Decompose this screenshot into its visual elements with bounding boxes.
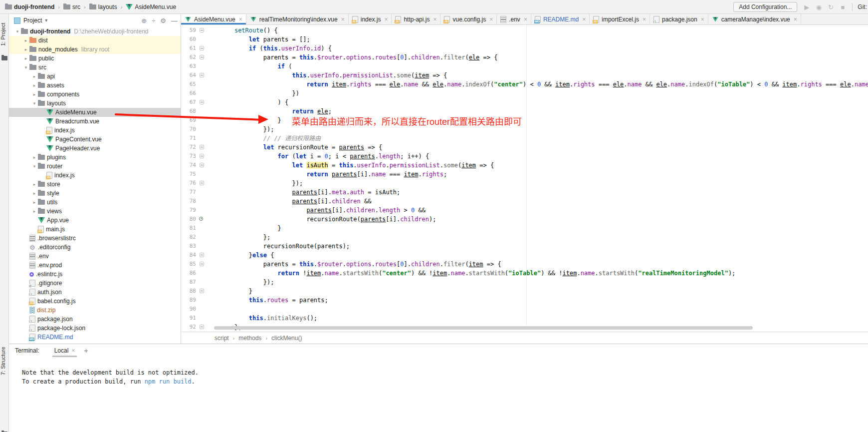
- settings-gear-icon[interactable]: ⚙: [160, 17, 166, 24]
- fold-toggle-icon[interactable]: [200, 154, 204, 158]
- tree-item[interactable]: package.json: [9, 315, 181, 324]
- tree-item[interactable]: ▸views: [9, 207, 181, 216]
- editor-tab[interactable]: importExcel.js×: [590, 14, 650, 24]
- close-icon[interactable]: ×: [239, 16, 242, 23]
- close-icon[interactable]: ×: [489, 16, 493, 23]
- close-icon[interactable]: ×: [71, 347, 75, 354]
- editor-tab[interactable]: README.md×: [531, 14, 590, 24]
- chevron-down-icon[interactable]: ▾: [31, 164, 38, 169]
- tree-item[interactable]: ▸store: [9, 180, 181, 189]
- chevron-right-icon[interactable]: ▸: [31, 155, 38, 160]
- code-editor[interactable]: 59 setRoute() {60 let parents = [];61 if…: [181, 25, 868, 332]
- tree-item[interactable]: ▸utils: [9, 198, 181, 207]
- chevron-right-icon[interactable]: ▸: [31, 74, 38, 79]
- chevron-right-icon[interactable]: ▸: [31, 191, 38, 196]
- fold-toggle-icon[interactable]: [200, 262, 204, 266]
- tree-item[interactable]: main.js: [9, 225, 181, 234]
- chevron-right-icon[interactable]: ▸: [31, 182, 38, 187]
- new-terminal-button[interactable]: +: [84, 347, 88, 355]
- add-configuration-button[interactable]: Add Configuration...: [733, 2, 797, 12]
- breadcrumb-item[interactable]: src: [62, 3, 81, 10]
- editor-breadcrumb-item[interactable]: methods: [237, 335, 262, 342]
- editor-tab[interactable]: .env×: [497, 14, 531, 24]
- editor-tab[interactable]: package.json×: [650, 14, 708, 24]
- tree-item[interactable]: Breadcrumb.vue: [9, 117, 181, 126]
- chevron-down-icon[interactable]: ▾: [22, 65, 29, 70]
- tree-item[interactable]: PageContent.vue: [9, 135, 181, 144]
- tree-item[interactable]: index.js: [9, 171, 181, 180]
- close-icon[interactable]: ×: [524, 16, 527, 23]
- fold-toggle-icon[interactable]: [200, 100, 204, 104]
- editor-breadcrumb-item[interactable]: clickMenu(): [270, 335, 303, 342]
- tree-item[interactable]: ▸node_moduleslibrary root: [9, 45, 181, 54]
- editor-tab[interactable]: realTimeMonitoring\index.vue×: [246, 14, 349, 24]
- editor-tab[interactable]: index.js×: [349, 14, 392, 24]
- tree-item[interactable]: App.vue: [9, 216, 181, 225]
- tree-item[interactable]: README.md: [9, 333, 181, 342]
- chevron-right-icon[interactable]: ▸: [22, 38, 29, 43]
- project-view-title[interactable]: Project: [23, 17, 42, 24]
- close-icon[interactable]: ×: [701, 16, 704, 23]
- locate-icon[interactable]: ⊕: [141, 17, 147, 24]
- tree-item[interactable]: ▸style: [9, 189, 181, 198]
- close-icon[interactable]: ×: [433, 16, 436, 23]
- breadcrumb-item[interactable]: AsideMenu.vue: [125, 3, 177, 10]
- chevron-right-icon[interactable]: ▸: [31, 83, 38, 88]
- tree-item[interactable]: auth.json: [9, 288, 181, 297]
- terminal-output[interactable]: Note that the development build is not o…: [9, 357, 868, 386]
- tree-item[interactable]: ▾src: [9, 63, 181, 72]
- fold-toggle-icon[interactable]: [200, 289, 204, 293]
- close-icon[interactable]: ×: [341, 16, 345, 23]
- tree-item[interactable]: .env.prod: [9, 261, 181, 270]
- tree-item[interactable]: .env: [9, 252, 181, 261]
- tree-item[interactable]: ▾layouts: [9, 99, 181, 108]
- chevron-right-icon[interactable]: ▸: [31, 209, 38, 214]
- rerun-icon[interactable]: ↻: [826, 3, 835, 11]
- fold-toggle-icon[interactable]: [200, 181, 204, 185]
- fold-toggle-icon[interactable]: [200, 73, 204, 77]
- close-icon[interactable]: ×: [384, 16, 388, 23]
- tree-item[interactable]: index.js: [9, 126, 181, 135]
- git-label[interactable]: Git:: [858, 3, 868, 10]
- tree-item[interactable]: .browserslistrc: [9, 234, 181, 243]
- terminal-tab-local[interactable]: Local ×: [52, 344, 77, 357]
- tree-item[interactable]: ▾router: [9, 162, 181, 171]
- horizontal-scrollbar[interactable]: [214, 326, 753, 330]
- chevron-right-icon[interactable]: ▸: [31, 200, 38, 205]
- tree-item[interactable]: ▸plugins: [9, 153, 181, 162]
- tree-item[interactable]: ▸dist: [9, 36, 181, 45]
- tree-item[interactable]: ▾duoji-frontendD:\zheheWeb\duoji-fronten…: [9, 27, 181, 36]
- close-icon[interactable]: ×: [582, 16, 586, 23]
- editor-tab[interactable]: http-api.js×: [392, 14, 440, 24]
- tree-item[interactable]: ▸components: [9, 90, 181, 99]
- project-toolwindow-button[interactable]: 1: Project: [0, 17, 9, 52]
- fold-toggle-icon[interactable]: [200, 55, 204, 59]
- tree-item[interactable]: babel.config.js: [9, 297, 181, 306]
- fold-toggle-icon[interactable]: [200, 163, 204, 167]
- tree-item[interactable]: ▸api: [9, 72, 181, 81]
- tree-item[interactable]: .eslintrc.js: [9, 270, 181, 279]
- close-icon[interactable]: ×: [794, 16, 797, 23]
- close-icon[interactable]: ×: [643, 16, 646, 23]
- fold-toggle-icon[interactable]: [200, 253, 204, 257]
- chevron-right-icon[interactable]: ▸: [22, 47, 29, 52]
- debug-icon[interactable]: ◉: [814, 3, 823, 11]
- run-icon[interactable]: ▶: [802, 3, 811, 11]
- hide-panel-icon[interactable]: —: [171, 17, 178, 24]
- structure-toolwindow-button[interactable]: 7: Structure: [0, 334, 9, 389]
- chevron-down-icon[interactable]: ▼: [44, 18, 48, 23]
- fold-toggle-icon[interactable]: [200, 28, 204, 32]
- editor-breadcrumb-item[interactable]: script: [214, 335, 230, 342]
- editor-tab[interactable]: cameraManage\index.vue×: [708, 14, 801, 24]
- chevron-down-icon[interactable]: ▾: [14, 29, 21, 34]
- editor-tab[interactable]: AsideMenu.vue×: [181, 14, 246, 24]
- stop-icon[interactable]: ■: [838, 3, 847, 11]
- tree-item[interactable]: ⚙.editorconfig: [9, 243, 181, 252]
- editor-tab[interactable]: vue.config.js×: [440, 14, 497, 24]
- chevron-right-icon[interactable]: ▸: [22, 56, 29, 61]
- tree-item[interactable]: dist.zip: [9, 306, 181, 315]
- breadcrumb-item[interactable]: duoji-frontend: [4, 3, 55, 10]
- tree-item[interactable]: .gitignore: [9, 279, 181, 288]
- chevron-down-icon[interactable]: ▾: [31, 101, 38, 106]
- tree-item[interactable]: PageHeader.vue: [9, 144, 181, 153]
